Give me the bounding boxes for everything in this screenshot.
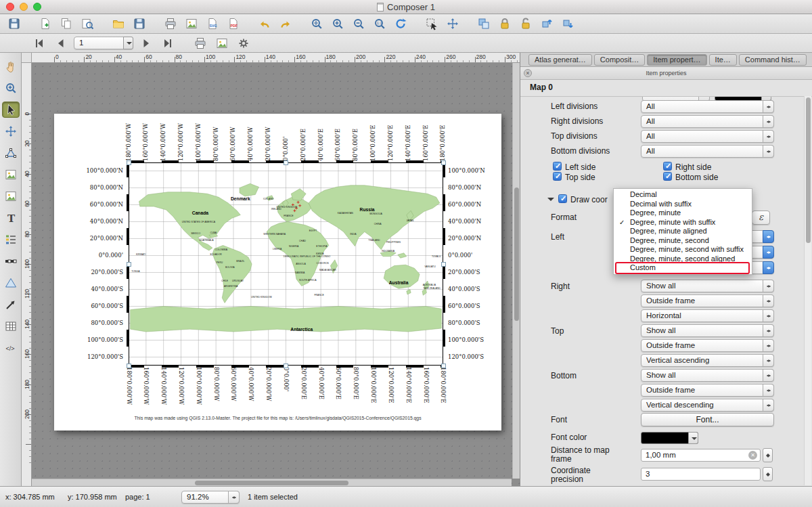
add-html-tool-icon[interactable]: </> <box>2 340 20 356</box>
font-button[interactable]: Font... <box>641 413 774 426</box>
tab-composit-[interactable]: Composit… <box>594 54 645 66</box>
select-move-item-icon[interactable] <box>423 16 441 32</box>
data-defined-expression-button[interactable]: ε <box>752 211 770 225</box>
lower-items-icon[interactable] <box>559 16 577 32</box>
add-arrow-tool-icon[interactable] <box>2 296 20 313</box>
raise-items-icon[interactable] <box>538 16 556 32</box>
top-divisions-select[interactable]: All <box>641 130 774 143</box>
tab-atlas-generat-[interactable]: Atlas generat… <box>528 54 592 66</box>
new-composition-icon[interactable] <box>37 16 54 32</box>
tab-command-hist-[interactable]: Command hist… <box>739 54 807 66</box>
zoom-in-icon[interactable] <box>329 16 346 32</box>
lock-items-icon[interactable] <box>496 16 514 32</box>
add-shape-tool-icon[interactable] <box>2 275 20 291</box>
add-scalebar-tool-icon[interactable] <box>2 253 20 269</box>
format-menu-item[interactable]: Degree, minute <box>614 208 752 218</box>
bottom-show-select[interactable]: Show all <box>641 369 774 382</box>
export-atlas-icon[interactable] <box>213 35 231 51</box>
clear-field-icon[interactable] <box>748 451 757 460</box>
atlas-first-feature-icon[interactable] <box>30 35 48 51</box>
add-legend-tool-icon[interactable] <box>2 232 20 248</box>
precision-stepper[interactable] <box>763 467 773 481</box>
zoom-tool-icon[interactable] <box>2 80 20 96</box>
left-divisions-select[interactable]: All <box>641 100 774 113</box>
selection-handle[interactable] <box>127 160 131 165</box>
redo-icon[interactable] <box>277 16 294 32</box>
export-image-icon[interactable] <box>183 16 200 32</box>
selection-handle[interactable] <box>441 262 446 267</box>
save-project-icon[interactable] <box>5 16 23 32</box>
add-table-tool-icon[interactable] <box>2 318 20 334</box>
bottom-direction-select[interactable]: Vertical descending <box>641 399 774 412</box>
top-side-checkbox[interactable] <box>553 172 562 181</box>
refresh-view-icon[interactable] <box>392 16 409 32</box>
distance-stepper[interactable] <box>763 448 773 462</box>
add-map-tool-icon[interactable] <box>2 167 20 183</box>
preview-atlas-icon[interactable] <box>191 35 209 51</box>
right-divisions-select[interactable]: All <box>641 115 774 128</box>
select-move-item-tool-icon[interactable] <box>2 102 20 118</box>
move-item-content-tool-icon[interactable] <box>2 123 20 139</box>
tab-ite-[interactable]: Ite… <box>709 54 737 66</box>
zoom-window-button[interactable] <box>33 3 41 11</box>
unlock-items-icon[interactable] <box>517 16 535 32</box>
edit-nodes-tool-icon[interactable] <box>2 145 20 161</box>
format-menu-item[interactable]: Decimal <box>614 190 752 200</box>
font-color-swatch[interactable] <box>641 432 698 444</box>
add-label-tool-icon[interactable]: T <box>2 210 20 226</box>
composition-canvas[interactable]: ICELANDIRELANDUNITED KINGDOMFRANCEWESTER… <box>32 63 520 486</box>
format-menu-item[interactable]: Degree, minute, second <box>614 236 752 246</box>
format-menu-item[interactable]: Custom <box>614 263 752 273</box>
atlas-previous-feature-icon[interactable] <box>52 35 70 51</box>
paper-page[interactable]: ICELANDIRELANDUNITED KINGDOMFRANCEWESTER… <box>54 114 501 431</box>
top-direction-select[interactable]: Vertical ascending <box>641 354 774 367</box>
selection-handle[interactable] <box>127 363 131 368</box>
format-menu-item[interactable]: Decimal with suffix <box>614 200 752 209</box>
panel-close-button[interactable] <box>524 69 532 77</box>
left-side-checkbox[interactable] <box>553 162 562 171</box>
atlas-next-feature-icon[interactable] <box>137 35 155 51</box>
top-show-select[interactable]: Show all <box>641 324 774 337</box>
bottom-divisions-select[interactable]: All <box>641 145 774 158</box>
canvas-vertical-scrollbar[interactable] <box>512 63 520 479</box>
draw-coordinates-checkbox[interactable] <box>558 194 567 203</box>
duplicate-composition-icon[interactable] <box>58 16 75 32</box>
selection-handle[interactable] <box>441 160 446 165</box>
print-icon[interactable] <box>162 16 179 32</box>
open-template-icon[interactable] <box>110 16 127 32</box>
selection-handle[interactable] <box>284 363 288 368</box>
selection-handle[interactable] <box>127 262 131 267</box>
canvas-horizontal-scrollbar[interactable] <box>32 479 512 486</box>
export-svg-icon[interactable]: SVG <box>204 16 221 32</box>
selection-handle[interactable] <box>441 363 446 368</box>
right-position-select[interactable]: Outside frame <box>641 294 774 307</box>
close-window-button[interactable] <box>6 3 14 11</box>
collapse-arrow-icon[interactable] <box>547 198 554 204</box>
bottom-position-select[interactable]: Outside frame <box>641 384 774 397</box>
right-show-select[interactable]: Show all <box>641 280 774 292</box>
undo-icon[interactable] <box>256 16 273 32</box>
zoom-level-combo[interactable]: 91.2% <box>181 491 240 504</box>
group-items-icon[interactable] <box>475 16 493 32</box>
panel-scrollbar[interactable] <box>804 96 811 485</box>
zoom-full-icon[interactable] <box>308 16 325 32</box>
format-menu-item[interactable]: Degree, minute aligned <box>614 227 752 236</box>
top-position-select[interactable]: Outside frame <box>641 339 774 352</box>
precision-field[interactable]: 3 <box>641 468 761 481</box>
export-pdf-icon[interactable]: PDF <box>225 16 242 32</box>
move-item-content-icon[interactable] <box>444 16 461 32</box>
selection-handle[interactable] <box>284 160 288 165</box>
zoom-out-icon[interactable] <box>350 16 367 32</box>
atlas-feature-combo[interactable]: 1 <box>74 37 133 49</box>
zoom-actual-icon[interactable]: 1:1 <box>371 16 388 32</box>
save-as-template-icon[interactable] <box>131 16 148 32</box>
tab-item-propert-[interactable]: Item propert… <box>647 54 706 66</box>
right-direction-select[interactable]: Horizontal <box>641 309 774 322</box>
add-image-tool-icon[interactable] <box>2 188 20 204</box>
format-menu-item[interactable]: Degree, minute with suffix <box>614 218 752 227</box>
bottom-side-checkbox[interactable] <box>663 172 672 181</box>
format-menu-item[interactable]: Degree, minute, second with suffix <box>614 245 752 255</box>
right-side-checkbox[interactable] <box>663 162 672 171</box>
composition-manager-icon[interactable] <box>78 16 96 32</box>
minimize-window-button[interactable] <box>20 3 28 11</box>
